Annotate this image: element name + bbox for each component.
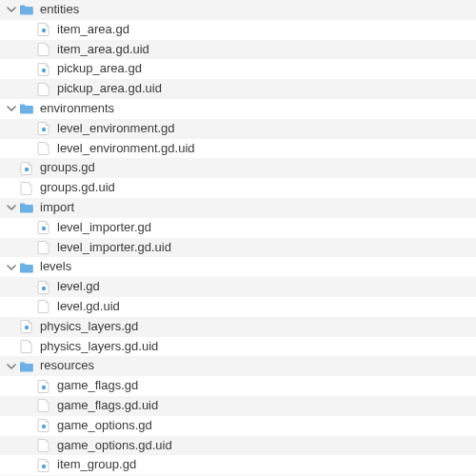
tree-row-n15[interactable]: level.gd.uid	[0, 297, 476, 317]
script-file-icon	[36, 22, 51, 37]
svg-point-4	[42, 227, 46, 230]
disclosure-spacer	[6, 321, 17, 332]
tree-row-n9[interactable]: groups.gd.uid	[0, 178, 476, 198]
tree-row-n7[interactable]: level_environment.gd.uid	[0, 139, 476, 159]
tree-item-label: item_group.gd	[57, 455, 136, 475]
script-file-icon	[36, 62, 51, 77]
chevron-down-icon[interactable]	[6, 4, 17, 15]
svg-point-0	[42, 29, 46, 32]
tree-item-label: level_importer.gd.uid	[57, 238, 171, 258]
tree-row-n13[interactable]: levels	[0, 257, 476, 277]
tree-item-label: game_options.gd.uid	[57, 436, 172, 456]
folder-icon	[19, 2, 34, 17]
tree-item-label: level.gd.uid	[57, 297, 120, 317]
script-file-icon	[36, 220, 51, 235]
tree-item-label: item_area.gd.uid	[57, 40, 149, 60]
tree-row-n20[interactable]: game_flags.gd.uid	[0, 396, 476, 416]
file-icon	[36, 398, 51, 413]
file-icon	[36, 299, 51, 314]
tree-item-label: level_environment.gd	[57, 119, 175, 139]
disclosure-spacer	[6, 163, 17, 174]
folder-icon	[19, 359, 34, 374]
folder-icon	[19, 101, 34, 116]
svg-point-1	[42, 69, 46, 72]
tree-item-label: entities	[40, 0, 79, 20]
script-file-icon	[19, 319, 34, 334]
file-icon	[36, 42, 51, 57]
tree-row-n18[interactable]: resources	[0, 356, 476, 376]
tree-item-label: import	[40, 198, 74, 218]
folder-icon	[19, 260, 34, 275]
file-icon	[19, 181, 34, 196]
tree-row-n19[interactable]: game_flags.gd	[0, 376, 476, 396]
disclosure-spacer	[6, 341, 17, 352]
tree-row-n10[interactable]: import	[0, 198, 476, 218]
folder-icon	[19, 200, 34, 215]
script-file-icon	[36, 418, 51, 433]
svg-point-8	[42, 425, 46, 428]
script-file-icon	[36, 121, 51, 136]
tree-item-label: level_environment.gd.uid	[57, 139, 195, 159]
tree-item-label: pickup_area.gd.uid	[57, 79, 162, 99]
tree-item-label: groups.gd	[40, 158, 95, 178]
file-icon	[36, 438, 51, 453]
tree-row-n8[interactable]: groups.gd	[0, 158, 476, 178]
tree-item-label: physics_layers.gd.uid	[40, 337, 158, 357]
tree-item-label: game_options.gd	[57, 416, 152, 436]
file-icon	[36, 240, 51, 255]
file-icon	[36, 82, 51, 97]
svg-point-5	[42, 286, 46, 289]
tree-item-label: item_area.gd	[57, 20, 129, 40]
svg-point-3	[25, 168, 29, 171]
tree-row-n16[interactable]: physics_layers.gd	[0, 317, 476, 337]
script-file-icon	[36, 280, 51, 295]
svg-point-9	[42, 465, 46, 468]
file-icon	[36, 141, 51, 156]
tree-item-label: game_flags.gd.uid	[57, 396, 158, 416]
disclosure-spacer	[6, 183, 17, 194]
tree-row-n17[interactable]: physics_layers.gd.uid	[0, 337, 476, 357]
tree-row-n12[interactable]: level_importer.gd.uid	[0, 238, 476, 258]
svg-point-6	[25, 326, 29, 329]
chevron-down-icon[interactable]	[6, 103, 17, 114]
tree-row-n6[interactable]: level_environment.gd	[0, 119, 476, 139]
chevron-down-icon[interactable]	[6, 262, 17, 273]
tree-row-n11[interactable]: level_importer.gd	[0, 218, 476, 238]
file-tree: entitiesitem_area.gditem_area.gd.uidpick…	[0, 0, 476, 476]
chevron-down-icon[interactable]	[6, 202, 17, 213]
tree-item-label: level_importer.gd	[57, 218, 151, 238]
tree-row-n22[interactable]: game_options.gd.uid	[0, 436, 476, 456]
tree-item-label: groups.gd.uid	[40, 178, 115, 198]
script-file-icon	[36, 379, 51, 394]
svg-point-7	[42, 385, 46, 388]
tree-row-n3[interactable]: pickup_area.gd	[0, 59, 476, 79]
tree-row-n5[interactable]: environments	[0, 99, 476, 119]
tree-item-label: resources	[40, 356, 94, 376]
chevron-down-icon[interactable]	[6, 361, 17, 372]
file-icon	[19, 339, 34, 354]
tree-row-n4[interactable]: pickup_area.gd.uid	[0, 79, 476, 99]
tree-row-n21[interactable]: game_options.gd	[0, 416, 476, 436]
tree-row-n0[interactable]: entities	[0, 0, 476, 20]
tree-item-label: levels	[40, 257, 71, 277]
tree-row-n23[interactable]: item_group.gd	[0, 455, 476, 475]
tree-item-label: game_flags.gd	[57, 376, 138, 396]
tree-row-n1[interactable]: item_area.gd	[0, 20, 476, 40]
script-file-icon	[19, 161, 34, 176]
svg-point-2	[42, 128, 46, 131]
script-file-icon	[36, 458, 51, 473]
tree-row-n2[interactable]: item_area.gd.uid	[0, 40, 476, 60]
tree-item-label: pickup_area.gd	[57, 59, 142, 79]
tree-item-label: level.gd	[57, 277, 100, 297]
tree-item-label: environments	[40, 99, 114, 119]
tree-row-n14[interactable]: level.gd	[0, 277, 476, 297]
tree-item-label: physics_layers.gd	[40, 317, 138, 337]
